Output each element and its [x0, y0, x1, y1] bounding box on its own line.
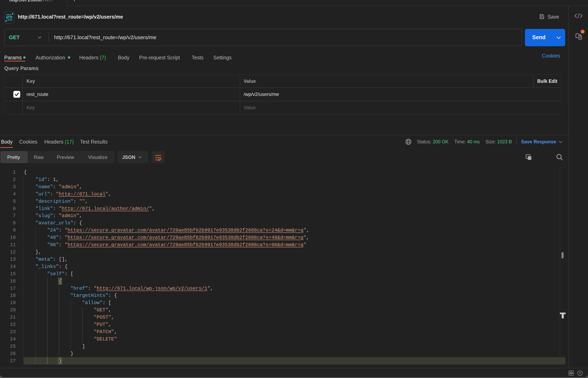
svg-text:HTTP: HTTP	[6, 15, 13, 20]
svg-text:?: ?	[579, 372, 581, 375]
